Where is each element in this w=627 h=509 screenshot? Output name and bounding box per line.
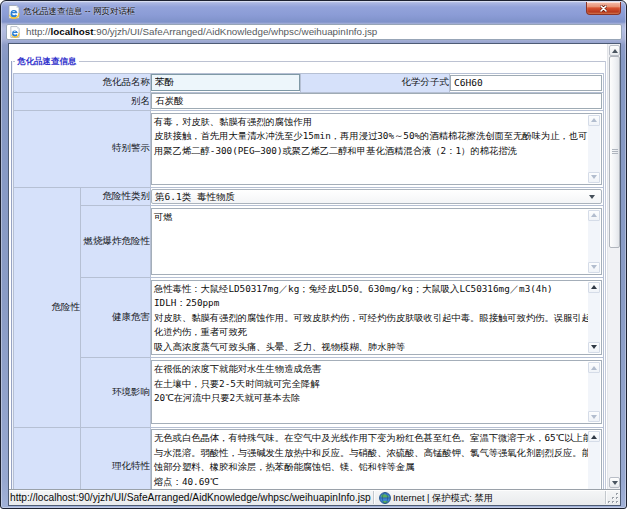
env-scrollbar[interactable]	[588, 362, 600, 422]
phys-text: 无色或白色晶体，有特殊气味。在空气中及光线作用下变为粉红色甚至红色。室温下微溶于…	[152, 430, 588, 489]
title-bar: 危化品速查信息 -- 网页对话框	[1, 1, 626, 23]
name-label: 危化品名称	[14, 73, 151, 92]
window-title: 危化品速查信息 -- 网页对话框	[23, 6, 135, 18]
url-protocol: http://	[26, 26, 51, 37]
scroll-down-button[interactable]	[609, 477, 620, 488]
health-textarea[interactable]: 急性毒性：大鼠经LD50317mg／kg；兔经皮LD50。630mg/kg；大鼠…	[151, 280, 602, 355]
scroll-up-button[interactable]	[609, 45, 620, 56]
scroll-down-button[interactable]	[588, 342, 600, 353]
fieldset-border-left	[11, 61, 12, 489]
page-title: 危化品速查信息	[15, 55, 79, 67]
phys-label: 理化特性	[81, 427, 151, 489]
table-row: 环境影响 在很低的浓度下就能对水生生物造成危害 在土壤中，只要2-5天时间就可完…	[14, 357, 604, 427]
fire-text: 可燃	[152, 209, 588, 274]
field-cell	[450, 73, 604, 92]
status-url: http://localhost:90/yjzh/UI/SafeArranged…	[10, 491, 372, 505]
fire-textarea[interactable]: 可燃	[151, 208, 602, 275]
chevron-down-icon	[589, 195, 595, 199]
category-label: 危险性类别	[81, 187, 151, 205]
field-cell: 可燃	[151, 205, 604, 277]
url-path: :90/yjzh/UI/SafeArranged/AidKnowledge/wh…	[94, 26, 378, 37]
env-label: 环境影响	[81, 357, 151, 427]
formula-input[interactable]	[450, 75, 602, 91]
page-scrollbar[interactable]	[607, 44, 620, 489]
health-scrollbar[interactable]	[588, 282, 600, 353]
page-content: 危化品速查信息 危化品名称 化学分子式 别名 特别警示	[9, 44, 620, 489]
globe-icon	[379, 492, 391, 504]
status-zone-text: Internet | 保护模式: 禁用	[393, 491, 493, 505]
arrow-down-icon	[591, 265, 597, 269]
phys-scrollbar[interactable]	[588, 431, 600, 489]
empty-group-cell	[14, 427, 81, 489]
table-row: 特别警示 有毒，对皮肤、黏膜有强烈的腐蚀作用 皮肤接触，首先用大量清水冲洗至少1…	[14, 110, 604, 187]
table-row: 理化特性 无色或白色晶体，有特殊气味。在空气中及光线作用下变为粉红色甚至红色。室…	[14, 427, 604, 489]
health-text: 急性毒性：大鼠经LD50317mg／kg；兔经皮LD50。630mg/kg；大鼠…	[152, 281, 588, 354]
field-cell: 在很低的浓度下就能对水生生物造成危害 在土壤中，只要2-5天时间就可完全降解 2…	[151, 357, 604, 427]
chemical-info-table: 危化品名称 化学分子式 别名 特别警示 有毒，对皮肤、黏膜有强烈的腐蚀作用 皮肤…	[13, 73, 604, 490]
scroll-up-button[interactable]	[588, 210, 600, 221]
field-cell: 急性毒性：大鼠经LD50317mg／kg；兔经皮LD50。630mg/kg；大鼠…	[151, 277, 604, 357]
thumb-grip	[612, 149, 618, 155]
field-cell	[151, 92, 604, 110]
arrow-up-icon	[591, 213, 597, 217]
table-row: 别名	[14, 92, 604, 110]
scrollbar-thumb[interactable]	[609, 56, 620, 248]
field-cell	[151, 73, 301, 92]
hazard-group-label: 危险性	[14, 187, 81, 427]
fire-scrollbar[interactable]	[588, 210, 600, 273]
arrow-up-icon	[612, 49, 618, 53]
warning-scrollbar[interactable]	[588, 115, 600, 183]
arrow-down-icon	[612, 481, 618, 485]
ie-page-icon	[10, 26, 20, 38]
arrow-up-icon	[591, 118, 597, 122]
category-select-value: 第6.1类 毒性物质	[155, 190, 235, 203]
phys-textarea[interactable]: 无色或白色晶体，有特殊气味。在空气中及光线作用下变为粉红色甚至红色。室温下微溶于…	[151, 429, 602, 489]
url-host: localhost	[51, 26, 94, 37]
arrow-up-icon	[591, 435, 597, 439]
env-text: 在很低的浓度下就能对水生生物造成危害 在土壤中，只要2-5天时间就可完全降解 2…	[152, 361, 588, 423]
warning-text: 有毒，对皮肤、黏膜有强烈的腐蚀作用 皮肤接触，首先用大量清水冲洗至少15min，…	[152, 114, 588, 184]
field-cell: 第6.1类 毒性物质	[151, 187, 604, 205]
env-textarea[interactable]: 在很低的浓度下就能对水生生物造成危害 在土壤中，只要2-5天时间就可完全降解 2…	[151, 360, 602, 424]
resize-grip-icon[interactable]	[607, 492, 619, 504]
fieldset-border-right	[605, 61, 606, 489]
field-cell: 无色或白色晶体，有特殊气味。在空气中及光线作用下变为粉红色甚至红色。室温下微溶于…	[151, 427, 604, 489]
close-button[interactable]	[586, 2, 621, 15]
warning-label: 特别警示	[14, 110, 151, 187]
address-url-box: http://localhost:90/yjzh/UI/SafeArranged…	[6, 24, 622, 40]
scroll-down-button[interactable]	[588, 411, 600, 422]
category-select[interactable]: 第6.1类 毒性物质	[151, 189, 602, 204]
warning-textarea[interactable]: 有毒，对皮肤、黏膜有强烈的腐蚀作用 皮肤接触，首先用大量清水冲洗至少15min，…	[151, 113, 602, 185]
arrow-up-icon	[591, 285, 597, 289]
client-area: 危化品速查信息 危化品名称 化学分子式 别名 特别警示	[8, 43, 621, 506]
scroll-down-button[interactable]	[588, 262, 600, 273]
health-label: 健康危害	[81, 277, 151, 357]
name-input[interactable]	[151, 74, 300, 91]
fire-label: 燃烧爆炸危险性	[81, 205, 151, 277]
close-icon	[600, 5, 607, 12]
scroll-up-button[interactable]	[588, 115, 600, 126]
scroll-down-button[interactable]	[588, 172, 600, 183]
address-url: http://localhost:90/yjzh/UI/SafeArranged…	[26, 25, 619, 39]
arrow-down-icon	[591, 175, 597, 179]
arrow-down-icon	[591, 345, 597, 349]
arrow-up-icon	[591, 366, 597, 370]
fieldset-border-top	[11, 61, 606, 62]
address-bar: http://localhost:90/yjzh/UI/SafeArranged…	[1, 23, 626, 43]
alias-input[interactable]	[151, 93, 602, 109]
dialog-window: 危化品速查信息 -- 网页对话框 http://localhost:90/yjz…	[0, 0, 627, 509]
field-cell: 有毒，对皮肤、黏膜有强烈的腐蚀作用 皮肤接触，首先用大量清水冲洗至少15min，…	[151, 110, 604, 187]
alias-label: 别名	[14, 92, 151, 110]
table-row: 燃烧爆炸危险性 可燃	[14, 205, 604, 277]
status-separator	[605, 491, 606, 504]
scroll-up-button[interactable]	[588, 362, 600, 373]
status-bar: http://localhost:90/yjzh/UI/SafeArranged…	[9, 489, 620, 505]
ie-document-icon	[8, 5, 20, 19]
scroll-up-button[interactable]	[588, 282, 600, 293]
status-separator	[373, 491, 374, 504]
table-row: 危化品名称 化学分子式	[14, 73, 604, 92]
formula-label: 化学分子式	[301, 73, 450, 92]
table-row: 健康危害 急性毒性：大鼠经LD50317mg／kg；兔经皮LD50。630mg/…	[14, 277, 604, 357]
scroll-up-button[interactable]	[588, 431, 600, 442]
arrow-down-icon	[591, 415, 597, 419]
